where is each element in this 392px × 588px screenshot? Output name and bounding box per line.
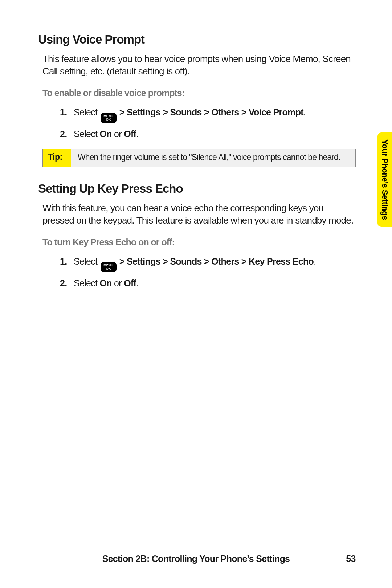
footer-section-label: Section 2B: Controlling Your Phone's Set… — [102, 554, 290, 564]
page-footer: Section 2B: Controlling Your Phone's Set… — [0, 554, 392, 564]
subhead-key-press-echo: To turn Key Press Echo on or off: — [42, 237, 356, 248]
tip-label: Tip: — [43, 149, 71, 167]
body-key-press-echo: With this feature, you can hear a voice … — [42, 202, 356, 227]
step-bold: Off — [124, 278, 136, 288]
steps-voice-prompt: 1. Select MENUOK > Settings > Sounds > O… — [60, 106, 356, 140]
step-number: 1. — [60, 256, 67, 268]
step-post: . — [303, 107, 306, 117]
tip-box: Tip: When the ringer volume is set to "S… — [42, 149, 356, 167]
step-post: . — [136, 129, 138, 139]
menu-ok-key-icon: MENUOK — [101, 113, 117, 123]
step-item: 2. Select On or Off. — [60, 277, 356, 290]
step-path: > Settings > Sounds > Others > Voice Pro… — [117, 107, 303, 117]
step-path: > Settings > Sounds > Others > Key Press… — [117, 256, 314, 266]
page-number: 53 — [346, 554, 356, 564]
heading-voice-prompt: Using Voice Prompt — [38, 33, 356, 46]
step-mid: or — [112, 278, 124, 288]
step-bold: On — [100, 278, 112, 288]
step-number: 2. — [60, 128, 67, 140]
step-bold: Off — [124, 129, 136, 139]
page-content: Using Voice Prompt This feature allows y… — [0, 0, 392, 289]
step-pre: Select — [74, 129, 100, 139]
side-section-tab: Your Phone's Settings — [377, 132, 392, 227]
step-pre: Select — [74, 278, 100, 288]
step-item: 1. Select MENUOK > Settings > Sounds > O… — [60, 256, 356, 272]
step-pre: Select — [74, 107, 100, 117]
menu-ok-key-icon: MENUOK — [101, 262, 117, 272]
step-number: 1. — [60, 106, 67, 119]
step-post: . — [314, 256, 316, 266]
step-bold: On — [100, 129, 112, 139]
step-number: 2. — [60, 277, 67, 290]
body-voice-prompt: This feature allows you to hear voice pr… — [42, 53, 356, 78]
step-post: . — [136, 278, 138, 288]
step-mid: or — [112, 129, 124, 139]
step-item: 1. Select MENUOK > Settings > Sounds > O… — [60, 106, 356, 123]
side-tab-label: Your Phone's Settings — [380, 139, 389, 220]
heading-key-press-echo: Setting Up Key Press Echo — [38, 182, 356, 196]
steps-key-press-echo: 1. Select MENUOK > Settings > Sounds > O… — [60, 256, 356, 290]
subhead-voice-prompt: To enable or disable voice prompts: — [42, 88, 356, 98]
tip-content: When the ringer volume is set to "Silenc… — [71, 149, 355, 167]
step-pre: Select — [74, 256, 100, 266]
step-item: 2. Select On or Off. — [60, 128, 356, 140]
